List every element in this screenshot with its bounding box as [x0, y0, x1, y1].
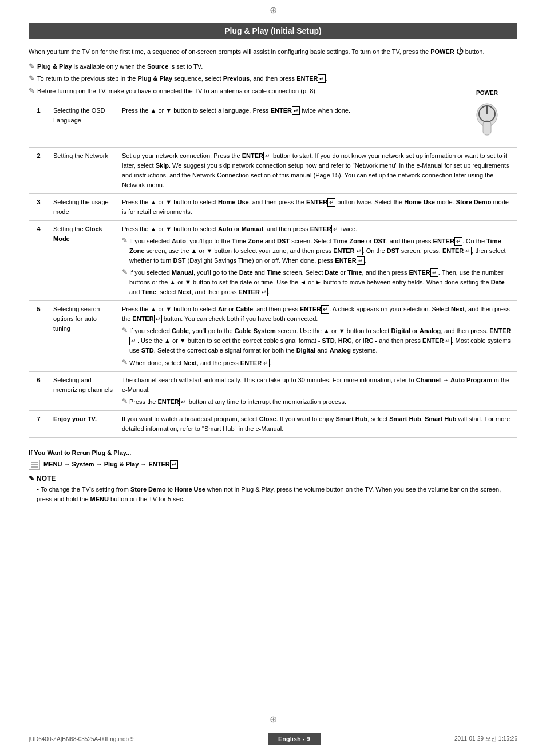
bottom-crosshair: ⊕ [270, 714, 277, 725]
step-label-3: Selecting the usage mode [49, 193, 117, 220]
step-label-6: Selecting and memorizing channels [49, 371, 117, 410]
step-content-7: If you want to watch a broadcast program… [117, 410, 517, 437]
footer-center: English - 9 [268, 733, 321, 745]
footer-right: 2011-01-29 오전 1:15:26 [454, 735, 517, 743]
power-button-svg [467, 98, 507, 144]
note-section-title-text: NOTE [37, 474, 56, 482]
footer: [UD6400-ZA]BN68-03525A-00Eng.indb 9 Engl… [0, 733, 546, 745]
step-row-5: 5 Selecting search options for auto tuni… [29, 301, 517, 371]
page-title: Plug & Play (Initial Setup) [29, 23, 517, 39]
step-label-4: Setting the Clock Mode [49, 220, 117, 300]
step-content-1: Press the ▲ or ▼ button to select a lang… [117, 102, 517, 148]
page: Plug & Play (Initial Setup) When you tur… [0, 0, 546, 756]
step-row-4: 4 Setting the Clock Mode Press the ▲ or … [29, 220, 517, 300]
step-num-6: 6 [29, 371, 49, 410]
menu-icon [30, 461, 38, 468]
step-content-2: Set up your network connection. Press th… [117, 147, 517, 193]
step-content-5: Press the ▲ or ▼ button to select Air or… [117, 301, 517, 371]
step-num-4: 4 [29, 220, 49, 300]
step-note-4b: ✎ If you selected Manual, you'll go to t… [122, 268, 513, 297]
note-section-icon: ✎ [29, 474, 34, 482]
svg-rect-1 [483, 121, 491, 135]
intro-paragraph: When you turn the TV on for the first ti… [29, 46, 517, 57]
menu-path: MENU → System → Plug & Play → ENTER↵ [43, 460, 178, 469]
step-num-7: 7 [29, 410, 49, 437]
note-icon-3: ✎ [29, 86, 35, 96]
step-note-4a: ✎ If you selected Auto, you'll go to the… [122, 236, 513, 266]
step-num-5: 5 [29, 301, 49, 371]
step-num-3: 3 [29, 193, 49, 220]
step-num-1: 1 [29, 102, 49, 148]
footer-left: [UD6400-ZA]BN68-03525A-00Eng.indb 9 [29, 736, 133, 742]
bottom-section: If You Want to Rerun Plug & Play... MENU… [29, 449, 517, 504]
step-row-7: 7 Enjoy your TV. If you want to watch a … [29, 410, 517, 437]
step-label-7: Enjoy your TV. [49, 410, 117, 437]
note-line-2: ✎ To return to the previous step in the … [29, 74, 517, 84]
note-bullet: To change the TV's setting from Store De… [37, 485, 517, 504]
note-text-1: Plug & Play is available only when the S… [37, 62, 517, 72]
power-keyword: POWER [430, 48, 454, 55]
power-graphic: POWER [461, 89, 513, 144]
svg-rect-5 [31, 464, 38, 465]
corner-mark-tr [529, 6, 540, 17]
svg-rect-6 [31, 466, 38, 468]
rerun-title: If You Want to Rerun Plug & Play... [29, 449, 517, 456]
step-num-2: 2 [29, 147, 49, 193]
menu-line: MENU → System → Plug & Play → ENTER↵ [29, 460, 517, 470]
svg-rect-4 [31, 462, 38, 463]
steps-table: 1 Selecting the OSD Language Press the ▲… [29, 102, 517, 438]
step-label-1: Selecting the OSD Language [49, 102, 117, 148]
step-label-2: Setting the Network [49, 147, 117, 193]
step-content-3: Press the ▲ or ▼ button to select Home U… [117, 193, 517, 220]
power-icon: ⏻ [456, 47, 464, 56]
note-icon-1: ✎ [29, 62, 35, 72]
step-note-6a: ✎ Press the ENTER↵ button at any time to… [122, 397, 513, 407]
note-line-1: ✎ Plug & Play is available only when the… [29, 62, 517, 72]
top-crosshair: ⊕ [270, 5, 277, 15]
step-label-5: Selecting search options for auto tuning [49, 301, 117, 371]
note-line-3: ✎ Before turning on the TV, make you hav… [29, 86, 517, 96]
note-text-2: To return to the previous step in the Pl… [37, 74, 517, 84]
corner-mark-tl [6, 6, 17, 17]
step-row-6: 6 Selecting and memorizing channels The … [29, 371, 517, 410]
step-note-5b: ✎ When done, select Next, and the press … [122, 358, 513, 368]
note-icon-2: ✎ [29, 74, 35, 84]
step-row-1: 1 Selecting the OSD Language Press the ▲… [29, 102, 517, 148]
menu-icon-box [29, 460, 40, 470]
corner-mark-br [529, 716, 540, 727]
step-content-6: The channel search will start automatica… [117, 371, 517, 410]
step-row-2: 2 Setting the Network Set up your networ… [29, 147, 517, 193]
corner-mark-bl [6, 716, 17, 727]
step-row-3: 3 Selecting the usage mode Press the ▲ o… [29, 193, 517, 220]
step-note-5a: ✎ If you selected Cable, you'll go to th… [122, 326, 513, 355]
note-text-3: Before turning on the TV, make you have … [37, 86, 517, 96]
note-section-header: ✎ NOTE [29, 474, 517, 482]
power-label: POWER [476, 89, 498, 98]
step-content-4: Press the ▲ or ▼ button to select Auto o… [117, 220, 517, 300]
